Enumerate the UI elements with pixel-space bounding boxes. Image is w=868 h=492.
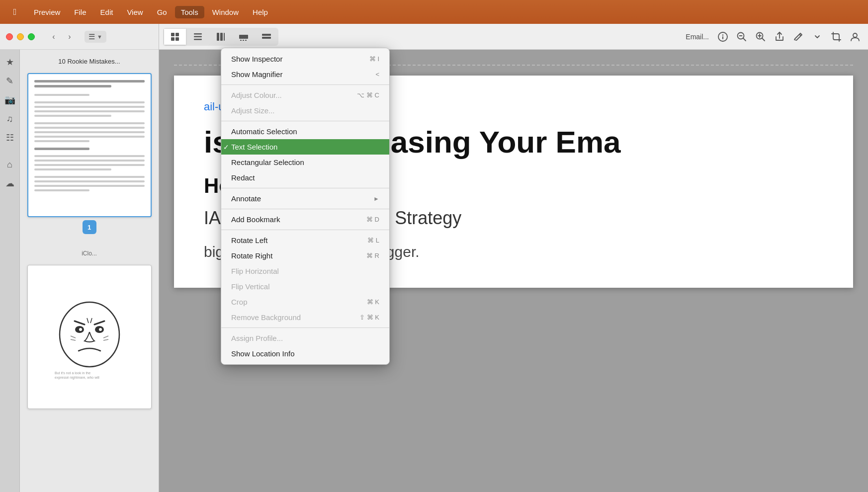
menu-item-redact[interactable]: Redact: [221, 170, 389, 185]
thumbnail-frame-1[interactable]: [27, 73, 152, 217]
menu-shortcut-rotate-right: ⌘ R: [366, 252, 379, 259]
menu-item-show-magnifier[interactable]: Show Magnifier <: [221, 67, 389, 82]
tools-menu-item[interactable]: Tools: [175, 6, 204, 18]
menu-item-add-bookmark[interactable]: Add Bookmark ⌘ D: [221, 212, 389, 227]
preview-menu-item[interactable]: Preview: [28, 6, 66, 18]
sidebar-body: ★ ✎ 📷 ♫ ☷ ⌂ ☁ 10 Rookie Mistakes...: [0, 50, 159, 492]
strip-icon: [239, 32, 249, 42]
svg-rect-23: [220, 33, 223, 41]
menu-item-rotate-right[interactable]: Rotate Right ⌘ R: [221, 248, 389, 263]
grid-icon: [170, 32, 180, 42]
zoom-in-button[interactable]: [752, 28, 770, 46]
menu-item-annotate[interactable]: Annotate ►: [221, 191, 389, 206]
menu-item-remove-background: Remove Background ⇧ ⌘ K: [221, 310, 389, 325]
menu-item-assign-profile: Assign Profile...: [221, 330, 389, 346]
svg-rect-20: [194, 36, 202, 37]
menu-label-automatic-selection: Automatic Selection: [231, 127, 297, 136]
svg-rect-17: [171, 37, 174, 41]
svg-rect-29: [262, 34, 271, 36]
thumb-line: [34, 115, 111, 117]
columns-view-btn[interactable]: [210, 29, 232, 45]
close-button[interactable]: [6, 33, 13, 40]
home-icon[interactable]: ⌂: [2, 157, 17, 172]
menu-label-rectangular-selection: Rectangular Selection: [231, 158, 304, 166]
info-button[interactable]: [714, 28, 732, 46]
pencil-chevron-button[interactable]: [808, 28, 826, 46]
menu-item-show-location-info[interactable]: Show Location Info: [221, 346, 389, 361]
music-icon[interactable]: ♫: [2, 111, 17, 126]
maximize-button[interactable]: [28, 33, 35, 40]
zoom-out-button[interactable]: [733, 28, 751, 46]
view-menu-item[interactable]: View: [121, 6, 149, 18]
menu-item-text-selection[interactable]: ✓ Text Selection: [221, 139, 389, 155]
list-icon[interactable]: ☷: [2, 130, 17, 145]
thumb-line: [34, 155, 145, 157]
grid-view-btn[interactable]: [164, 29, 186, 45]
minimize-button[interactable]: [17, 33, 24, 40]
svg-rect-22: [217, 33, 219, 41]
thumb-line: [34, 122, 145, 124]
menu-item-rotate-left[interactable]: Rotate Left ⌘ L: [221, 233, 389, 248]
svg-point-5: [79, 328, 82, 331]
edit-menu-item[interactable]: Edit: [94, 6, 119, 18]
thumb-line: [34, 131, 145, 133]
help-menu-item[interactable]: Help: [247, 6, 274, 18]
svg-rect-16: [175, 33, 179, 36]
svg-point-32: [722, 34, 723, 35]
menu-item-rectangular-selection[interactable]: Rectangular Selection: [221, 155, 389, 170]
share-button[interactable]: [771, 28, 788, 46]
menu-item-flip-vertical: Flip Vertical: [221, 279, 389, 294]
icloud-section: iClo...: [78, 248, 101, 259]
svg-rect-18: [175, 37, 179, 41]
person-icon: [850, 31, 861, 42]
svg-line-41: [799, 34, 801, 36]
svg-line-40: [762, 38, 765, 41]
menu-item-automatic-selection[interactable]: Automatic Selection: [221, 124, 389, 139]
nav-back-button[interactable]: ‹: [47, 30, 61, 44]
checkmark-icon: ✓: [223, 143, 229, 151]
thumb-line: [34, 80, 145, 82]
pencil-button[interactable]: [789, 28, 807, 46]
go-menu-item[interactable]: Go: [151, 6, 173, 18]
apple-menu[interactable]: : [8, 5, 22, 19]
thumbnail-item[interactable]: 1: [27, 73, 152, 234]
menu-shortcut-rotate-left: ⌘ L: [367, 237, 379, 244]
thumb-line: [34, 101, 145, 103]
menu-item-show-inspector[interactable]: Show Inspector ⌘ I: [221, 51, 389, 67]
thumbnail-frame-2[interactable]: But it's not a look in the expressé nigh…: [27, 265, 152, 409]
menubar:  Preview File Edit View Go Tools Window…: [0, 0, 868, 24]
wifi-icon[interactable]: ☁: [2, 176, 17, 191]
file-menu-item[interactable]: File: [68, 6, 92, 18]
extra-view-btn[interactable]: [256, 29, 277, 45]
menu-separator-4: [221, 209, 389, 209]
strip-view-btn[interactable]: [233, 29, 255, 45]
menu-item-adjust-size: Adjust Size...: [221, 103, 389, 118]
right-toolbar: Email...: [686, 28, 864, 46]
svg-point-6: [99, 328, 102, 331]
thumbnail-item-2[interactable]: But it's not a look in the expressé nigh…: [27, 265, 152, 409]
zoom-in-icon: [755, 31, 766, 42]
thumb-line: [34, 110, 145, 112]
svg-rect-28: [245, 40, 247, 41]
svg-rect-19: [194, 33, 202, 35]
left-icon-strip: ★ ✎ 📷 ♫ ☷ ⌂ ☁: [0, 50, 20, 492]
menu-item-flip-horizontal: Flip Horizontal: [221, 263, 389, 279]
zoom-out-icon: [736, 31, 747, 42]
thumbnail-content-1: [28, 74, 151, 216]
thumb-line: [34, 160, 145, 162]
sidebar-toggle[interactable]: ☰ ▼: [85, 31, 106, 43]
crop-button[interactable]: [827, 28, 845, 46]
list-view-btn[interactable]: [187, 29, 209, 45]
svg-point-0: [60, 302, 119, 367]
chevron-down-icon: [814, 34, 820, 40]
nav-forward-button[interactable]: ›: [63, 30, 77, 44]
photos-icon[interactable]: 📷: [2, 92, 17, 107]
favorites-icon[interactable]: ★: [2, 55, 17, 70]
menu-label-adjust-colour: Adjust Colour...: [231, 91, 282, 99]
menu-separator-5: [221, 230, 389, 230]
drawing-icon[interactable]: ✎: [2, 74, 17, 88]
main-area: ‹ › ☰ ▼ ★ ✎ 📷 ♫ ☷ ⌂ ☁ 10 Rookie: [0, 24, 868, 492]
window-title: Email...: [686, 33, 709, 41]
window-menu-item[interactable]: Window: [206, 6, 245, 18]
person-button[interactable]: [846, 28, 864, 46]
